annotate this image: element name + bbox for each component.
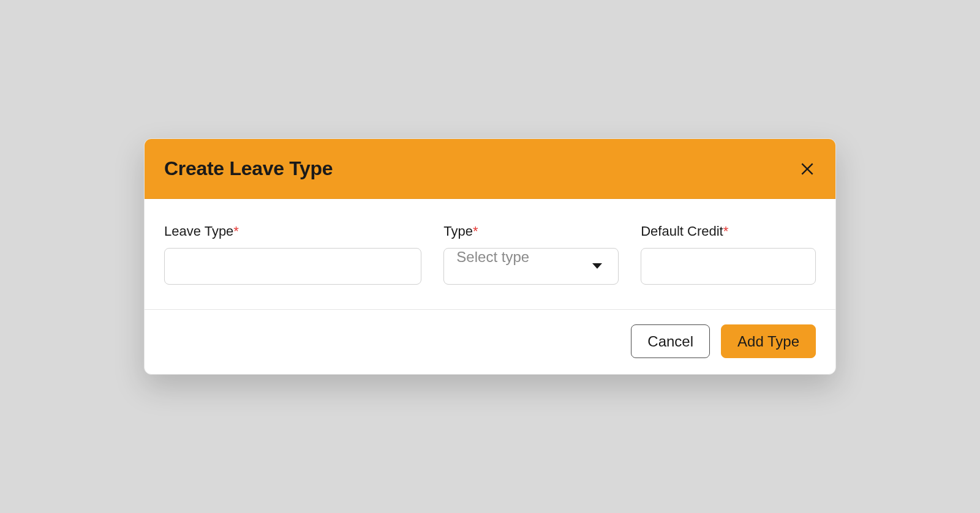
form-group-type: Type* Select type <box>443 223 619 285</box>
modal-header: Create Leave Type <box>145 139 835 199</box>
close-icon <box>799 161 815 177</box>
default-credit-input[interactable] <box>641 248 816 285</box>
required-mark: * <box>723 223 729 239</box>
modal-body: Leave Type* Type* Select type Default Cr… <box>145 199 835 310</box>
form-group-default-credit: Default Credit* <box>641 223 816 285</box>
cancel-button[interactable]: Cancel <box>631 324 710 358</box>
leave-type-input[interactable] <box>164 248 421 285</box>
leave-type-label: Leave Type* <box>164 223 421 239</box>
required-mark: * <box>233 223 239 239</box>
close-button[interactable] <box>799 160 816 178</box>
type-label: Type* <box>443 223 619 239</box>
type-select-wrap: Select type <box>443 248 619 285</box>
required-mark: * <box>473 223 478 239</box>
type-select[interactable]: Select type <box>443 248 619 285</box>
create-leave-type-modal: Create Leave Type Leave Type* Type* Sele… <box>144 138 836 375</box>
modal-footer: Cancel Add Type <box>145 310 835 374</box>
modal-title: Create Leave Type <box>164 157 333 180</box>
default-credit-label: Default Credit* <box>641 223 816 239</box>
form-group-leave-type: Leave Type* <box>164 223 421 285</box>
add-type-button[interactable]: Add Type <box>721 324 816 358</box>
